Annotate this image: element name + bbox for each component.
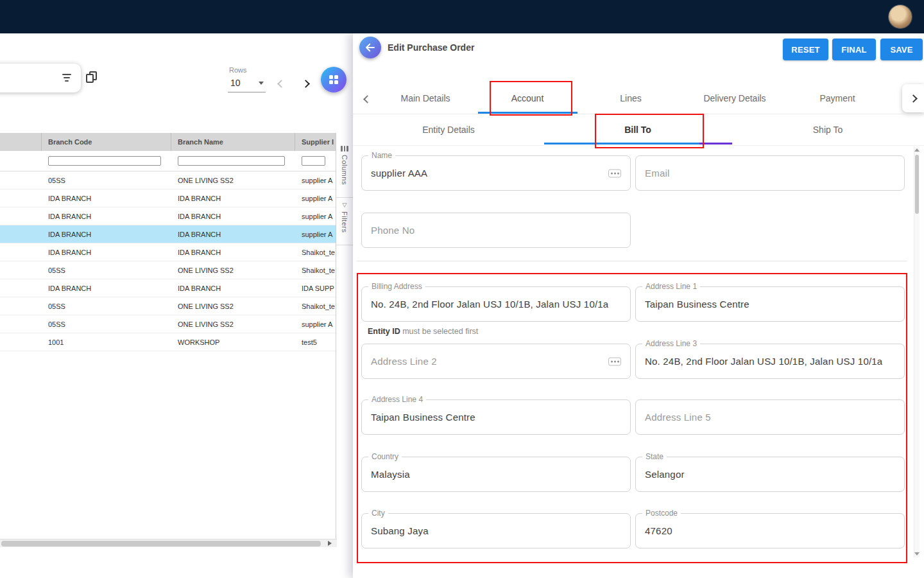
cell-branch-name: IDA BRANCH <box>171 225 295 243</box>
cell-branch-name: IDA BRANCH <box>171 189 295 207</box>
state-field[interactable]: State Selangor <box>635 457 905 492</box>
ellipsis-icon[interactable] <box>608 357 621 365</box>
subtab-bill-to[interactable]: Bill To <box>624 125 651 135</box>
postcode-field[interactable]: Postcode 47620 <box>635 513 905 548</box>
filter-list-icon[interactable] <box>62 73 72 83</box>
table-row[interactable]: IDA BRANCH IDA BRANCH Shaikot_te <box>0 243 336 261</box>
table-row[interactable]: 05SS ONE LIVING SS2 Shaikot_te <box>0 261 336 279</box>
state-label: State <box>642 452 667 461</box>
table-side-tabs: Columns ▽ Filters <box>336 133 353 547</box>
table-row[interactable]: 05SS ONE LIVING SS2 Shaikot_te <box>0 297 336 315</box>
table-row[interactable]: IDA BRANCH IDA BRANCH supplier A <box>0 207 336 225</box>
chevron-right-icon <box>909 94 918 103</box>
address-line-2-placeholder: Address Line 2 <box>371 356 437 367</box>
bill-to-tab-indicator-secondary <box>699 143 732 144</box>
divider <box>336 197 353 198</box>
cell-branch-name: ONE LIVING SS2 <box>171 171 295 189</box>
address-line-1-field[interactable]: Address Line 1 Taipan Business Centre <box>635 286 905 322</box>
column-header-branch-code[interactable]: Branch Code <box>42 133 171 151</box>
vertical-scrollbar[interactable] <box>914 146 920 557</box>
table-body: 05SS ONE LIVING SS2 supplier A IDA BRANC… <box>0 171 336 351</box>
cell-branch-name: IDA BRANCH <box>171 243 295 261</box>
column-header-supplier[interactable]: Supplier I <box>295 133 336 151</box>
subtabs-divider <box>353 145 924 146</box>
tabs-divider <box>353 114 924 114</box>
cell-branch-code: 05SS <box>42 297 171 315</box>
tab-payment[interactable]: Payment <box>819 93 855 103</box>
table-filter-row <box>0 151 336 171</box>
email-field-placeholder: Email <box>645 168 670 179</box>
cell-branch-name: ONE LIVING SS2 <box>171 261 295 279</box>
address-line-5-field[interactable]: Address Line 5 <box>635 399 905 435</box>
address-line-4-field[interactable]: Address Line 4 Taipan Business Centre <box>361 399 631 435</box>
cell-branch-code: IDA BRANCH <box>42 279 171 297</box>
billing-address-value: No. 24B, 2nd Floor Jalan USJ 10/1B, Jala… <box>371 299 608 310</box>
scroll-right-button[interactable] <box>323 539 337 547</box>
rows-per-page-select[interactable]: 10 <box>228 75 266 92</box>
address-line-3-value: No. 24B, 2nd Floor Jalan USJ 10/1B, Jala… <box>645 356 882 367</box>
email-field[interactable]: Email <box>635 155 905 191</box>
filter-input-supplier[interactable] <box>302 156 325 166</box>
cell-supplier: Shaikot_te <box>295 261 336 279</box>
tab-account[interactable]: Account <box>511 93 544 103</box>
tab-delivery-details[interactable]: Delivery Details <box>703 93 766 103</box>
filter-input-branch-name[interactable] <box>178 156 285 166</box>
filter-cell-branch-code <box>42 151 171 171</box>
address-line-1-label: Address Line 1 <box>642 282 700 291</box>
side-tab-columns[interactable]: Columns <box>336 146 353 185</box>
city-field[interactable]: City Subang Jaya <box>361 513 631 548</box>
address-line-4-value: Taipan Business Centre <box>371 412 475 423</box>
reset-button[interactable]: RESET <box>783 39 828 60</box>
address-line-3-label: Address Line 3 <box>642 339 700 348</box>
ellipsis-icon[interactable] <box>608 169 621 177</box>
city-label: City <box>368 509 388 518</box>
apps-grid-button[interactable] <box>321 67 346 92</box>
previous-page-button[interactable] <box>273 76 289 91</box>
table-row[interactable]: 1001 WORKSHOP test5 <box>0 333 336 351</box>
side-tab-filters[interactable]: ▽ Filters <box>336 202 353 232</box>
filter-input-branch-code[interactable] <box>48 156 161 166</box>
side-tab-filters-label: Filters <box>341 211 348 232</box>
subtab-ship-to[interactable]: Ship To <box>813 125 843 135</box>
filter-cell-branch-name <box>171 151 295 171</box>
copy-icon[interactable] <box>85 71 98 84</box>
tabs-scroll-right-button[interactable] <box>902 84 924 112</box>
table-row[interactable]: IDA BRANCH IDA BRANCH supplier A <box>0 189 336 207</box>
table-row[interactable]: IDA BRANCH IDA BRANCH IDA SUPP <box>0 279 336 297</box>
column-header-branch-name[interactable]: Branch Name <box>171 133 295 151</box>
address-line-3-field[interactable]: Address Line 3 No. 24B, 2nd Floor Jalan … <box>635 344 905 379</box>
tab-lines[interactable]: Lines <box>620 93 641 103</box>
grid-icon <box>329 75 338 84</box>
table-row-selected[interactable]: IDA BRANCH IDA BRANCH supplier A <box>0 225 336 243</box>
subtab-entity-details[interactable]: Entity Details <box>422 125 475 135</box>
rows-per-page-label: Rows <box>229 66 247 74</box>
cell-supplier: IDA SUPP <box>295 279 336 297</box>
back-button[interactable] <box>359 37 381 58</box>
table-row[interactable]: 05SS ONE LIVING SS2 supplier A <box>0 315 336 333</box>
save-button[interactable]: SAVE <box>880 39 923 60</box>
address-line-2-field[interactable]: Address Line 2 <box>361 344 631 379</box>
next-page-button[interactable] <box>298 76 313 91</box>
billing-address-label: Billing Address <box>368 282 425 291</box>
final-button[interactable]: FINAL <box>832 39 876 60</box>
name-field[interactable]: Name supplier AAA <box>361 155 631 191</box>
tabs-scroll-left-button[interactable] <box>361 92 373 105</box>
cell-supplier: supplier A <box>295 207 336 225</box>
city-value: Subang Jaya <box>371 525 429 536</box>
horizontal-scrollbar-thumb[interactable] <box>1 541 321 547</box>
address-line-5-placeholder: Address Line 5 <box>645 412 711 423</box>
top-navbar <box>0 0 924 33</box>
cell-branch-code: IDA BRANCH <box>42 243 171 261</box>
tab-main-details[interactable]: Main Details <box>400 93 450 103</box>
country-label: Country <box>368 452 402 461</box>
phone-field[interactable]: Phone No <box>361 213 631 248</box>
vertical-scrollbar-thumb[interactable] <box>915 155 919 214</box>
scroll-down-icon[interactable] <box>914 552 920 556</box>
scroll-up-icon[interactable] <box>914 148 920 152</box>
user-avatar[interactable] <box>889 5 912 28</box>
horizontal-scrollbar[interactable] <box>0 539 337 547</box>
table-row[interactable]: 05SS ONE LIVING SS2 supplier A <box>0 171 336 189</box>
billing-address-field[interactable]: Billing Address No. 24B, 2nd Floor Jalan… <box>361 286 631 322</box>
country-field[interactable]: Country Malaysia <box>361 457 631 492</box>
cell-supplier: Shaikot_te <box>295 243 336 261</box>
